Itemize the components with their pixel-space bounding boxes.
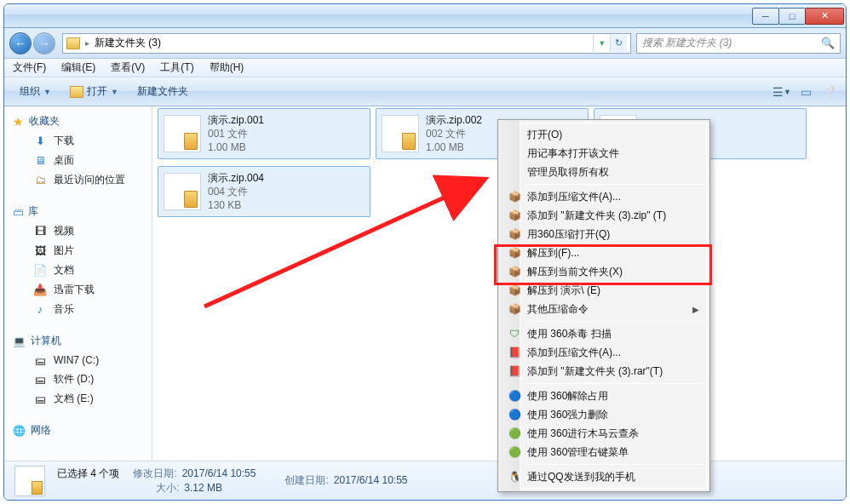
navigation-pane: ★收藏夹 ⬇下载 🖥桌面 🗂最近访问的位置 🗃库 🎞视频 🖼图片 📄文档 📥迅雷… [4,106,152,461]
sidebar-favorites[interactable]: ★收藏夹 [4,112,152,131]
help-button[interactable]: ❔ [822,84,837,100]
context-menu-item[interactable]: 📦添加到压缩文件(A)... [502,187,706,206]
recent-icon: 🗂 [33,174,47,187]
menu-view[interactable]: 查看(V) [111,60,145,75]
file-name: 演示.zip.004 [208,171,264,185]
maximize-button[interactable]: □ [778,8,806,25]
status-thumbnail [14,466,45,496]
organize-button[interactable]: 组织 ▼ [13,82,58,101]
context-menu-item[interactable]: 📦用360压缩打开(Q) [502,225,706,243]
sidebar-libraries[interactable]: 🗃库 [4,202,152,221]
address-row: ← → ▸ 新建文件夹 (3) ▾ ↻ 搜索 新建文件夹 (3) 🔍 [4,28,846,59]
context-menu-label: 添加到 "新建文件夹 (3).zip" (T) [527,209,666,223]
new-folder-button[interactable]: 新建文件夹 [130,82,195,101]
minimize-button[interactable]: ─ [752,8,779,25]
download-icon: ⬇ [33,135,47,148]
back-button[interactable]: ← [9,32,32,54]
music-icon: ♪ [33,303,47,317]
breadcrumb[interactable]: 新建文件夹 (3) [95,36,161,50]
sidebar-item-drive-c[interactable]: 🖴WIN7 (C:) [4,351,152,369]
context-menu-label: 用360压缩打开(Q) [527,227,610,242]
archive-icon: 📦 [507,189,522,204]
context-menu-item[interactable]: 用记事本打开该文件 [502,144,706,163]
file-thumbnail [164,115,201,152]
chevron-right-icon: ▶ [692,305,699,314]
context-menu-item[interactable]: 🔵使用 360强力删除 [502,405,706,424]
file-type: 001 文件 [208,127,264,140]
context-menu-item[interactable]: 📦添加到 "新建文件夹 (3).zip" (T) [502,206,706,225]
360-icon: 🔵 [507,407,522,422]
file-name: 演示.zip.002 [426,113,482,127]
file-size: 1.00 MB [426,140,482,154]
context-menu-item[interactable]: 📦解压到 演示\ (E) [502,281,706,300]
context-menu-label: 使用 360进行木马云查杀 [527,427,639,441]
thunder-icon: 📥 [33,284,47,297]
sidebar-item-thunder[interactable]: 📥迅雷下载 [4,280,152,300]
sidebar-item-videos[interactable]: 🎞视频 [4,221,152,241]
context-menu-item[interactable]: 🛡使用 360杀毒 扫描 [502,324,706,343]
context-menu-label: 添加到 "新建文件夹 (3).rar"(T) [527,364,663,379]
context-menu-label: 通过QQ发送到我的手机 [527,470,635,484]
file-name: 演示.zip.001 [208,113,264,127]
context-menu-item[interactable]: 📦解压到当前文件夹(X) [502,262,706,281]
computer-icon: 💻 [13,335,26,347]
context-menu-label: 使用 360杀毒 扫描 [527,327,612,341]
sidebar-item-recent[interactable]: 🗂最近访问的位置 [4,170,152,190]
library-icon: 🗃 [13,206,23,218]
folder-icon [70,86,83,98]
search-input[interactable]: 搜索 新建文件夹 (3) 🔍 [636,33,841,54]
forward-button[interactable]: → [33,32,55,54]
sidebar-network[interactable]: 🌐网络 [4,421,152,440]
search-icon: 🔍 [821,37,835,49]
context-menu-item[interactable]: 📕添加到 "新建文件夹 (3).rar"(T) [502,362,706,381]
sidebar-computer[interactable]: 💻计算机 [4,331,152,351]
menu-edit[interactable]: 编辑(E) [61,60,95,75]
context-menu-item[interactable]: 打开(O) [502,125,706,144]
context-menu-label: 使用 360强力删除 [527,408,608,422]
sidebar-item-desktop[interactable]: 🖥桌面 [4,151,152,170]
context-menu-label: 其他压缩命令 [527,302,589,317]
close-button[interactable]: ✕ [805,8,844,25]
file-type: 004 文件 [208,185,264,198]
drive-icon: 🖴 [33,392,47,406]
file-size: 1.00 MB [208,140,264,154]
preview-pane-button[interactable]: ▭ [798,84,813,100]
open-button[interactable]: 打开 ▼ [63,82,125,101]
address-bar[interactable]: ▸ 新建文件夹 (3) ▾ ↻ [62,33,631,54]
context-menu-item[interactable]: 🐧通过QQ发送到我的手机 [502,467,706,486]
context-menu-label: 使用 360解除占用 [527,389,608,404]
context-menu-item[interactable]: 📕添加到压缩文件(A)... [502,343,706,362]
qq-icon: 🐧 [507,469,522,484]
sidebar-item-drive-e[interactable]: 🖴文档 (E:) [4,389,152,409]
context-menu-item[interactable]: 管理员取得所有权 [502,163,706,181]
menu-help[interactable]: 帮助(H) [210,60,244,75]
search-placeholder: 搜索 新建文件夹 (3) [642,36,732,50]
chevron-down-icon: ▼ [111,88,118,96]
sidebar-item-documents[interactable]: 📄文档 [4,261,152,280]
menu-tools[interactable]: 工具(T) [160,60,193,75]
file-thumbnail [164,173,201,210]
context-menu-item[interactable]: 📦解压到(F)... [502,243,706,262]
file-item[interactable]: 演示.zip.004 004 文件 130 KB [158,166,370,217]
refresh-button[interactable]: ↻ [610,35,627,52]
context-menu-item[interactable]: 🔵使用 360解除占用 [502,387,706,405]
menu-file[interactable]: 文件(F) [13,60,46,75]
context-menu-label: 用记事本打开该文件 [527,146,619,161]
file-item[interactable]: 演示.zip.001 001 文件 1.00 MB [158,108,370,159]
context-menu-item[interactable]: 🟢使用 360进行木马云查杀 [502,424,706,443]
context-menu-item[interactable]: 📦其他压缩命令▶ [502,300,706,318]
breadcrumb-dropdown-icon[interactable]: ▾ [593,35,610,52]
archive-icon: 📦 [507,208,522,223]
360g-icon: 🟢 [507,444,522,460]
file-type: 002 文件 [426,127,482,140]
sidebar-item-drive-d[interactable]: 🖴软件 (D:) [4,369,152,389]
star-icon: ★ [13,115,24,129]
sidebar-item-downloads[interactable]: ⬇下载 [4,131,152,151]
picture-icon: 🖼 [33,244,47,258]
sidebar-item-pictures[interactable]: 🖼图片 [4,241,152,261]
context-menu-item[interactable]: 🟢使用 360管理右键菜单 [502,443,706,461]
shield-icon: 🛡 [507,326,522,341]
view-options-button[interactable]: ☰ ▼ [774,84,790,100]
sidebar-item-music[interactable]: ♪音乐 [4,300,152,319]
folder-icon [66,37,80,49]
